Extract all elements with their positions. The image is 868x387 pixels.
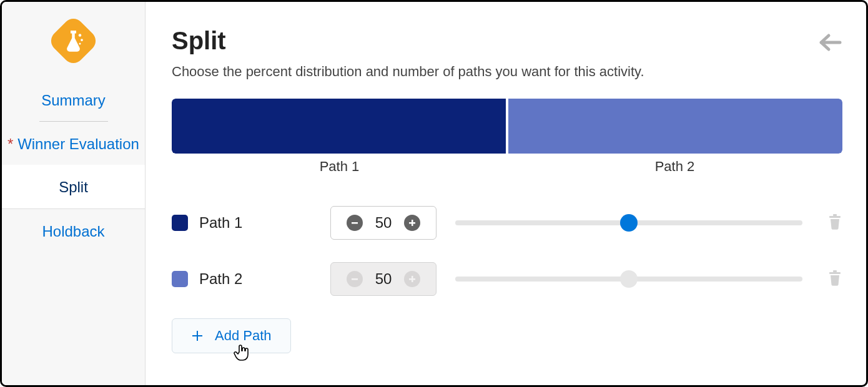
decrement-button xyxy=(347,271,363,287)
path-swatch-1 xyxy=(172,215,188,231)
required-indicator: * xyxy=(7,135,17,152)
sidebar-item-holdback[interactable]: Holdback xyxy=(2,208,145,252)
slider-thumb xyxy=(620,270,638,288)
sidebar-item-split[interactable]: Split xyxy=(2,165,145,208)
svg-rect-11 xyxy=(412,276,413,282)
delete-path-button[interactable] xyxy=(827,270,842,288)
path-row-2: Path 2 50 xyxy=(172,262,842,296)
activity-flask-icon xyxy=(50,17,97,64)
increment-button[interactable] xyxy=(404,215,420,231)
svg-rect-13 xyxy=(833,270,837,272)
slider-thumb[interactable] xyxy=(620,214,638,232)
svg-rect-4 xyxy=(352,222,358,224)
svg-rect-6 xyxy=(412,220,413,226)
increment-button xyxy=(404,271,420,287)
svg-point-3 xyxy=(79,43,81,45)
distribution-label-1: Path 1 xyxy=(172,159,507,175)
percent-stepper-2: 50 xyxy=(330,262,436,296)
svg-rect-8 xyxy=(833,214,837,216)
path-row-1: Path 1 50 xyxy=(172,206,842,240)
svg-rect-9 xyxy=(352,278,358,280)
decrement-button[interactable] xyxy=(347,215,363,231)
percent-stepper-1[interactable]: 50 xyxy=(330,206,436,240)
main-panel: Split Choose the percent distribution an… xyxy=(145,2,866,385)
plus-icon xyxy=(191,330,204,342)
percent-slider-2 xyxy=(455,276,802,282)
percent-value: 50 xyxy=(373,214,394,232)
page-title: Split xyxy=(172,27,842,55)
nav-label: Holdback xyxy=(42,223,104,240)
add-path-button[interactable]: Add Path xyxy=(172,318,291,353)
path-label: Path 2 xyxy=(199,270,330,288)
distribution-label-2: Path 2 xyxy=(507,159,842,175)
path-label: Path 1 xyxy=(199,214,330,232)
distribution-bar xyxy=(172,99,842,154)
nav-label: Summary xyxy=(41,92,106,109)
sidebar-item-winner-evaluation[interactable]: * Winner Evaluation xyxy=(2,122,145,165)
svg-rect-7 xyxy=(829,216,841,218)
distribution-segment-1 xyxy=(172,99,506,154)
svg-rect-12 xyxy=(829,272,841,274)
path-swatch-2 xyxy=(172,271,188,287)
distribution-labels: Path 1 Path 2 xyxy=(172,159,842,175)
sidebar-item-summary[interactable]: Summary xyxy=(2,78,145,121)
page-subtitle: Choose the percent distribution and numb… xyxy=(172,64,842,80)
nav-label: Winner Evaluation xyxy=(17,135,139,152)
nav-label: Split xyxy=(59,179,88,195)
svg-point-2 xyxy=(81,39,83,41)
distribution-segment-2 xyxy=(508,99,842,154)
percent-slider-1[interactable] xyxy=(455,220,802,226)
add-path-label: Add Path xyxy=(215,328,272,344)
back-button[interactable] xyxy=(817,33,842,54)
sidebar: Summary * Winner Evaluation Split Holdba… xyxy=(2,2,145,385)
percent-value: 50 xyxy=(373,270,394,288)
svg-point-1 xyxy=(79,34,82,37)
delete-path-button[interactable] xyxy=(827,213,842,232)
